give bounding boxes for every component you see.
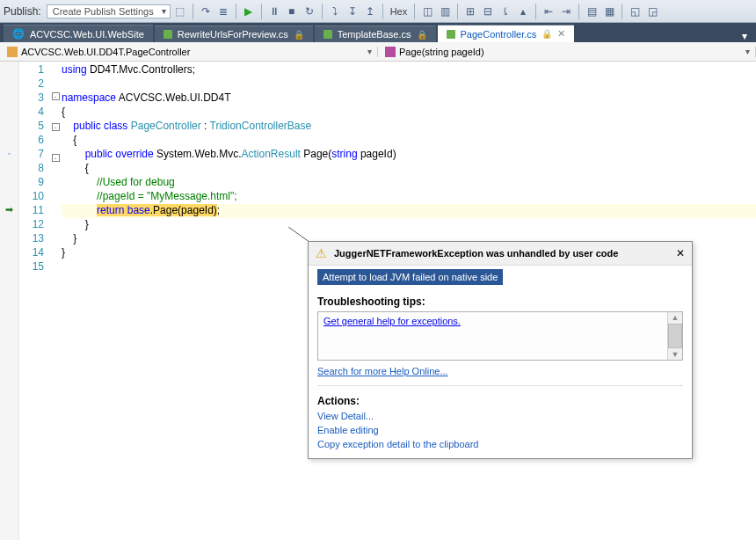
fold-toggle[interactable]: -: [52, 123, 60, 131]
tool-icon-1[interactable]: ◫: [419, 4, 435, 19]
exception-message: Attempt to load JVM failed on native sid…: [317, 269, 503, 285]
cs-file-icon: [164, 30, 172, 39]
globe-icon: 🌐: [12, 28, 25, 40]
scroll-down-icon[interactable]: ▼: [671, 349, 680, 360]
tab-label: PageController.cs: [461, 29, 537, 40]
member-selector[interactable]: Page(string pageId): [378, 47, 756, 57]
cs-file-icon: [323, 30, 332, 39]
tool-icon-4[interactable]: ⊟: [480, 4, 496, 19]
method-icon: [385, 47, 396, 57]
step-over-icon[interactable]: ⤵: [327, 4, 343, 19]
fold-column: ---: [49, 62, 62, 540]
exception-header: ⚠ JuggerNETFrameworkException was unhand…: [309, 242, 692, 266]
close-icon[interactable]: ✕: [557, 28, 565, 40]
scroll-up-icon[interactable]: ▲: [671, 312, 680, 323]
publish-dropdown[interactable]: Create Publish Settings: [47, 4, 171, 18]
glyph-margin: ◦➡: [0, 62, 19, 540]
hex-label[interactable]: Hex: [388, 6, 411, 17]
debug-step-icon[interactable]: ↷: [198, 4, 214, 19]
tool-icon-2[interactable]: ▥: [437, 4, 453, 19]
comment-icon[interactable]: ▤: [584, 4, 600, 19]
member-name: Page(string pageId): [399, 47, 484, 57]
indent-left-icon[interactable]: ⇤: [541, 4, 556, 19]
exception-popup: ⚠ JuggerNETFrameworkException was unhand…: [308, 241, 693, 459]
stop-icon[interactable]: ■: [284, 4, 300, 19]
view-detail-link[interactable]: View Detail...: [317, 411, 683, 421]
code-line-5[interactable]: public class PageController : TridionCon…: [62, 120, 756, 134]
gutter-mark-icon: ◦: [8, 149, 11, 158]
class-selector[interactable]: ACVCSC.Web.UI.DD4T.PageController: [0, 47, 378, 57]
tool-icon-6[interactable]: ▴: [515, 4, 531, 19]
navigation-bar: ACVCSC.Web.UI.DD4T.PageController Page(s…: [0, 42, 756, 62]
search-online-link[interactable]: Search for more Help Online...: [317, 366, 683, 376]
code-line-9[interactable]: //Used for debug: [62, 176, 756, 190]
code-line-11[interactable]: return base.Page(pageId);: [62, 204, 756, 218]
code-line-2[interactable]: [62, 77, 756, 91]
step-out-icon[interactable]: ↥: [362, 4, 378, 19]
fold-toggle[interactable]: -: [52, 154, 60, 162]
code-line-8[interactable]: {: [62, 162, 756, 176]
tab-pagecontroller-cs[interactable]: PageController.cs🔒✕: [438, 25, 575, 42]
current-line-arrow-icon: ➡: [5, 204, 13, 215]
lock-icon: 🔒: [542, 29, 552, 39]
tab-acvcsc-web-ui-website[interactable]: 🌐ACVCSC.Web.UI.WebSite: [4, 25, 153, 42]
pause-icon[interactable]: ⏸: [266, 4, 282, 19]
lock-icon: 🔒: [417, 30, 427, 40]
document-tab-strip: 🌐ACVCSC.Web.UI.WebSiteRewriteUrlsForPrev…: [0, 23, 756, 42]
code-line-3[interactable]: namespace ACVCSC.Web.UI.DD4T: [62, 91, 756, 106]
code-line-6[interactable]: {: [62, 134, 756, 148]
misc-icon-1[interactable]: ◱: [627, 4, 643, 19]
close-icon[interactable]: ✕: [676, 247, 685, 259]
misc-icon-2[interactable]: ◲: [644, 4, 660, 19]
tab-label: RewriteUrlsForPreview.cs: [178, 29, 288, 40]
troubleshooting-label: Troubleshooting tips:: [317, 296, 683, 308]
tab-label: ACVCSC.Web.UI.WebSite: [30, 29, 144, 40]
warning-icon: ⚠: [316, 246, 327, 260]
tab-overflow-icon[interactable]: ▾: [737, 30, 752, 42]
lock-icon: 🔒: [294, 30, 304, 40]
enable-editing-link[interactable]: Enable editing: [317, 425, 683, 435]
uncomment-icon[interactable]: ▦: [601, 4, 617, 19]
cs-file-icon: [447, 30, 455, 39]
code-line-10[interactable]: //pageId = "MyMessage.html";: [62, 190, 756, 204]
restart-icon[interactable]: ↻: [302, 4, 317, 19]
tab-rewriteurlsforpreview-cs[interactable]: RewriteUrlsForPreview.cs🔒: [155, 26, 313, 42]
tool-icon-5[interactable]: ⤹: [498, 4, 513, 19]
fold-toggle[interactable]: -: [52, 92, 60, 100]
scroll-thumb[interactable]: [668, 324, 682, 348]
tab-templatebase-cs[interactable]: TemplateBase.cs🔒: [315, 26, 436, 42]
publish-label: Publish:: [4, 5, 41, 18]
troubleshooting-tips-box: Get general help for exceptions. ▲ ▼: [317, 311, 683, 361]
toolbar: Publish: Create Publish Settings ⬚ ↷ ≣ ▶…: [0, 0, 756, 23]
list-icon[interactable]: ≣: [215, 4, 231, 19]
step-into-icon[interactable]: ↧: [345, 4, 360, 19]
code-line-4[interactable]: {: [62, 106, 756, 120]
code-line-1[interactable]: using DD4T.Mvc.Controllers;: [62, 63, 756, 77]
indent-right-icon[interactable]: ⇥: [558, 4, 574, 19]
tip-general-link[interactable]: Get general help for exceptions.: [323, 316, 461, 326]
line-numbers: 123456789101112131415: [19, 62, 49, 540]
tool-icon-3[interactable]: ⊞: [462, 4, 478, 19]
publish-icon[interactable]: ⬚: [172, 4, 188, 19]
class-name: ACVCSC.Web.UI.DD4T.PageController: [21, 47, 190, 57]
code-line-7[interactable]: public override System.Web.Mvc.ActionRes…: [62, 148, 756, 162]
actions-label: Actions:: [317, 395, 683, 407]
copy-exception-link[interactable]: Copy exception detail to the clipboard: [317, 439, 683, 449]
run-icon[interactable]: ▶: [241, 4, 257, 19]
code-line-12[interactable]: }: [62, 218, 756, 232]
tab-label: TemplateBase.cs: [338, 29, 411, 40]
tips-scrollbar[interactable]: ▲ ▼: [667, 312, 682, 360]
exception-title: JuggerNETFrameworkException was unhandle…: [334, 248, 669, 259]
class-icon: [7, 47, 18, 57]
